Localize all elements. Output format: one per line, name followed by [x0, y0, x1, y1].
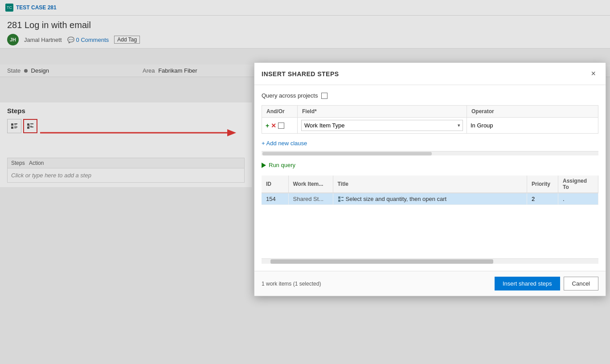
col-id-header: ID	[262, 176, 288, 193]
query-table: And/Or Field* Operator + ✕	[262, 105, 598, 134]
results-table: ID Work Item... Title Priority Assigned …	[262, 176, 598, 205]
svg-rect-13	[338, 196, 340, 199]
add-clause-link[interactable]: + Add new clause	[262, 140, 307, 147]
run-query-button[interactable]: Run query	[262, 160, 295, 170]
modal-header: INSERT SHARED STEPS ×	[254, 63, 606, 85]
cancel-button[interactable]: Cancel	[564, 277, 598, 290]
query-options: Query across projects	[262, 92, 598, 99]
result-title-text: Select size and quantity, then open cart	[346, 196, 447, 202]
query-across-projects-label: Query across projects	[262, 92, 318, 99]
modal-footer: 1 work items (1 selected) Insert shared …	[254, 271, 606, 296]
result-priority: 2	[527, 193, 558, 205]
col-priority-header: Priority	[527, 176, 558, 193]
scrollbar-thumb-bottom	[270, 259, 493, 264]
clause-controls-cell: + ✕	[262, 118, 298, 134]
result-title-cell: Select size and quantity, then open cart	[333, 193, 527, 205]
query-row: + ✕ Work Item Type In Group	[262, 118, 598, 134]
col-workitem-header: Work Item...	[288, 176, 333, 193]
col-andor-header: And/Or	[262, 106, 298, 118]
col-operator-header: Operator	[467, 106, 598, 118]
result-type: Shared St...	[288, 193, 333, 205]
svg-rect-16	[341, 200, 344, 201]
result-assigned: .	[558, 193, 598, 205]
run-query-label: Run query	[269, 162, 295, 168]
modal-title: INSERT SHARED STEPS	[262, 70, 339, 78]
insert-shared-steps-modal: INSERT SHARED STEPS × Query across proje…	[254, 62, 606, 296]
operator-cell: In Group	[467, 118, 598, 134]
col-assigned-header: Assigned To	[558, 176, 598, 193]
svg-rect-15	[341, 197, 344, 198]
field-select[interactable]: Work Item Type	[301, 120, 463, 131]
field-cell: Work Item Type	[298, 118, 467, 134]
result-row[interactable]: 154 Shared St... Select size and quantit…	[262, 193, 598, 205]
col-title-header: Title	[333, 176, 527, 193]
horizontal-scrollbar-top[interactable]	[262, 151, 598, 155]
add-clause-row-button[interactable]: +	[266, 122, 269, 129]
horizontal-scrollbar-bottom[interactable]	[262, 258, 598, 264]
results-header-row: ID Work Item... Title Priority Assigned …	[262, 176, 598, 193]
svg-rect-14	[338, 200, 340, 202]
field-select-wrapper: Work Item Type	[301, 120, 463, 131]
scrollbar-thumb-top	[262, 152, 432, 155]
delete-clause-button[interactable]: ✕	[271, 122, 276, 129]
col-field-header: Field*	[298, 106, 467, 118]
row-checkbox[interactable]	[278, 123, 284, 129]
play-icon	[262, 163, 266, 168]
shared-steps-result-icon	[338, 196, 344, 202]
footer-buttons: Insert shared steps Cancel	[495, 277, 598, 290]
query-across-projects-checkbox[interactable]	[321, 93, 328, 99]
clause-controls: + ✕	[266, 122, 294, 129]
result-id: 154	[262, 193, 288, 205]
modal-close-button[interactable]: ×	[588, 68, 598, 79]
modal-body: Query across projects And/Or Field* Oper…	[254, 85, 606, 271]
footer-info: 1 work items (1 selected)	[262, 281, 321, 287]
result-title: Select size and quantity, then open cart	[338, 196, 523, 202]
insert-shared-steps-button[interactable]: Insert shared steps	[495, 277, 560, 290]
operator-value: In Group	[471, 122, 493, 129]
